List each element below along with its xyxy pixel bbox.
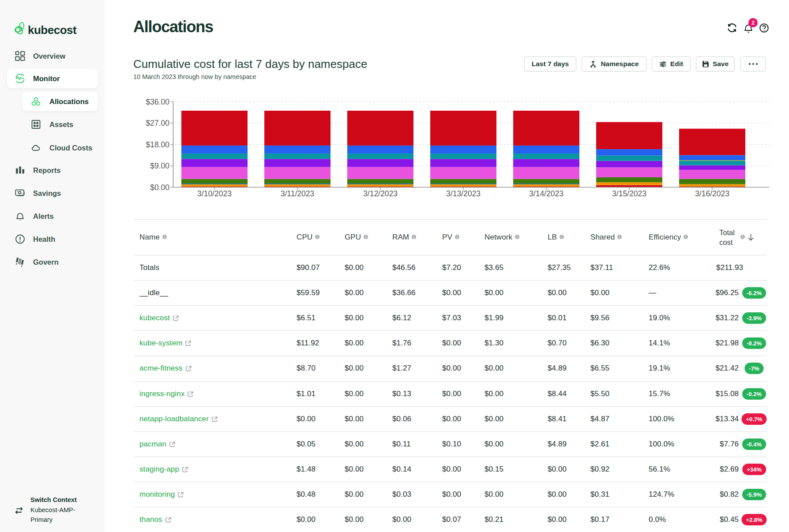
svg-text:3/15/2023: 3/15/2023 [612, 189, 646, 198]
svg-text:$27.00: $27.00 [146, 119, 169, 127]
svg-text:3/10/2023: 3/10/2023 [197, 189, 232, 198]
svg-text:3/12/2023: 3/12/2023 [363, 189, 398, 198]
svg-text:$36.00: $36.00 [146, 97, 169, 106]
svg-text:$9.00: $9.00 [150, 161, 169, 170]
svg-text:3/14/2023: 3/14/2023 [529, 189, 564, 198]
svg-text:3/11/2023: 3/11/2023 [281, 189, 315, 198]
svg-text:3/16/2023: 3/16/2023 [695, 189, 729, 198]
svg-text:$18.00: $18.00 [146, 140, 169, 149]
svg-text:3/13/2023: 3/13/2023 [446, 189, 481, 198]
svg-text:$0.00: $0.00 [150, 183, 169, 192]
